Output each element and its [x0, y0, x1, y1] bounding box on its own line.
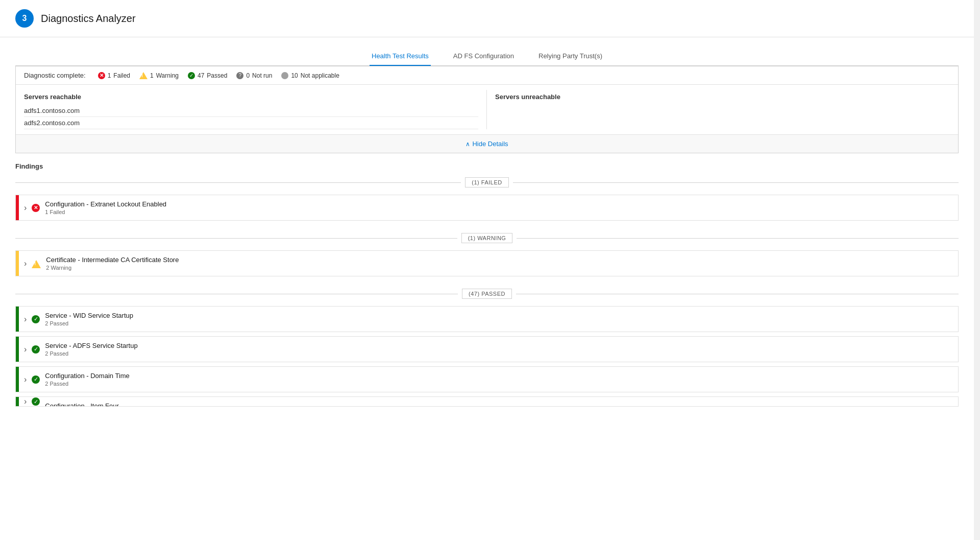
diag-na: 10 Not applicable [281, 72, 339, 79]
hide-details-bar[interactable]: Hide Details [16, 135, 958, 153]
divider-line-right [517, 238, 959, 239]
divider-line-left [15, 238, 457, 239]
step-badge: 3 [15, 9, 34, 28]
diag-failed-count: 1 [108, 72, 111, 79]
finding-chevron-pass3 [19, 367, 32, 392]
hide-details-label: Hide Details [472, 140, 508, 148]
chevron-right-icon [24, 397, 27, 406]
diag-na-label: Not applicable [301, 72, 339, 79]
page-title: Diagnostics Analyzer [41, 13, 136, 25]
finding-chevron-warn [19, 251, 32, 276]
servers-unreachable-col: Servers unreachable [487, 90, 950, 129]
divider-line-right [513, 182, 959, 183]
tab-relying[interactable]: Relying Party Trust(s) [536, 48, 604, 66]
notrun-icon: ? [236, 72, 243, 79]
pass-icon: ✓ [32, 397, 40, 406]
findings-section: Findings (1) FAILED ✕ Configuration - Ex… [15, 162, 959, 407]
warning-icon [139, 72, 148, 79]
na-icon [281, 72, 288, 79]
diag-warning-label: Warning [156, 72, 179, 79]
diag-failed-label: Failed [113, 72, 130, 79]
divider-passed: (47) PASSED [15, 289, 959, 299]
page-wrapper: 3 Diagnostics Analyzer Health Test Resul… [0, 0, 980, 540]
divider-label-warning: (1) WARNING [461, 233, 513, 243]
finding-item-extranet[interactable]: ✕ Configuration - Extranet Lockout Enabl… [15, 195, 959, 221]
diagnostic-bar: Diagnostic complete: ✕ 1 Failed 1 Warnin… [16, 66, 958, 85]
servers-grid: Servers reachable adfs1.contoso.com adfs… [24, 90, 950, 129]
divider-line-left [15, 182, 461, 183]
finding-name-adfs-startup: Service - ADFS Service Startup [45, 342, 958, 349]
servers-reachable-col: Servers reachable adfs1.contoso.com adfs… [24, 90, 487, 129]
chevron-right-icon [24, 203, 27, 213]
scrollbar[interactable] [974, 0, 980, 540]
chevron-right-icon [24, 345, 27, 354]
finding-text-extranet: Configuration - Extranet Lockout Enabled… [45, 195, 958, 220]
finding-icon-failed: ✕ [32, 195, 45, 220]
pass-icon: ✓ [32, 375, 40, 384]
finding-icon-pass3: ✓ [32, 367, 45, 392]
finding-name-domain-time: Configuration - Domain Time [45, 372, 958, 380]
warn-icon [32, 260, 41, 268]
finding-text-domain-time: Configuration - Domain Time 2 Passed [45, 367, 958, 392]
finding-chevron-pass [19, 307, 32, 332]
divider-line-right [516, 294, 959, 294]
fail-icon: ✕ [32, 204, 40, 212]
finding-item-domain-time[interactable]: ✓ Configuration - Domain Time 2 Passed [15, 366, 959, 392]
pass-icon: ✓ [32, 345, 40, 354]
diag-passed: ✓ 47 Passed [188, 72, 227, 79]
failed-icon: ✕ [98, 72, 105, 79]
diag-warning-count: 1 [150, 72, 154, 79]
findings-title: Findings [15, 162, 959, 170]
divider-label-passed: (47) PASSED [462, 289, 512, 299]
finding-item-cert[interactable]: Certificate - Intermediate CA Certificat… [15, 250, 959, 276]
finding-text-extra: Configuration - Item Four [45, 397, 958, 407]
divider-line-left [15, 294, 458, 294]
finding-item-extra[interactable]: ✓ Configuration - Item Four [15, 396, 959, 407]
finding-icon-pass: ✓ [32, 307, 45, 332]
finding-sub-wid: 2 Passed [45, 320, 958, 326]
diag-notrun-label: Not run [252, 72, 272, 79]
chevron-right-icon [24, 375, 27, 384]
finding-sub-extranet: 1 Failed [45, 209, 958, 215]
finding-text-adfs-startup: Service - ADFS Service Startup 2 Passed [45, 337, 958, 362]
finding-chevron-failed [19, 195, 32, 220]
server-item: adfs1.contoso.com [24, 105, 478, 117]
main-card: Diagnostic complete: ✕ 1 Failed 1 Warnin… [15, 66, 959, 153]
diagnostic-prefix: Diagnostic complete: [24, 72, 86, 79]
chevron-right-icon [24, 315, 27, 324]
hide-details-link[interactable]: Hide Details [465, 140, 508, 148]
main-content: Health Test Results AD FS Configuration … [0, 37, 974, 421]
finding-name-cert: Certificate - Intermediate CA Certificat… [46, 256, 958, 264]
finding-sub-domain-time: 2 Passed [45, 381, 958, 387]
finding-icon-pass4: ✓ [32, 397, 45, 406]
finding-chevron-pass2 [19, 337, 32, 362]
servers-section: Servers reachable adfs1.contoso.com adfs… [16, 85, 958, 135]
finding-icon-pass2: ✓ [32, 337, 45, 362]
finding-sub-cert: 2 Warning [46, 265, 958, 271]
finding-name-extra: Configuration - Item Four [45, 402, 958, 407]
tab-adfs[interactable]: AD FS Configuration [451, 48, 516, 66]
diag-passed-label: Passed [207, 72, 227, 79]
finding-text-cert: Certificate - Intermediate CA Certificat… [46, 251, 958, 276]
finding-name-extranet: Configuration - Extranet Lockout Enabled [45, 200, 958, 208]
servers-unreachable-header: Servers unreachable [495, 90, 950, 105]
finding-sub-adfs-startup: 2 Passed [45, 350, 958, 357]
divider-warning: (1) WARNING [15, 233, 959, 243]
diag-na-count: 10 [291, 72, 298, 79]
diag-notrun-count: 0 [246, 72, 250, 79]
servers-reachable-header: Servers reachable [24, 90, 478, 105]
pass-icon: ✓ [32, 315, 40, 323]
finding-item-adfs-startup[interactable]: ✓ Service - ADFS Service Startup 2 Passe… [15, 336, 959, 362]
passed-icon: ✓ [188, 72, 195, 79]
finding-chevron-pass4 [19, 397, 32, 406]
server-item: adfs2.contoso.com [24, 117, 478, 129]
chevron-right-icon [24, 259, 27, 268]
diag-failed: ✕ 1 Failed [98, 72, 130, 79]
finding-name-wid: Service - WID Service Startup [45, 312, 958, 319]
tabs-container: Health Test Results AD FS Configuration … [15, 48, 959, 66]
page-header: 3 Diagnostics Analyzer [0, 0, 980, 37]
finding-item-wid[interactable]: ✓ Service - WID Service Startup 2 Passed [15, 306, 959, 332]
divider-label-failed: (1) FAILED [465, 177, 508, 187]
finding-icon-warn [32, 251, 46, 276]
tab-health[interactable]: Health Test Results [370, 48, 431, 66]
